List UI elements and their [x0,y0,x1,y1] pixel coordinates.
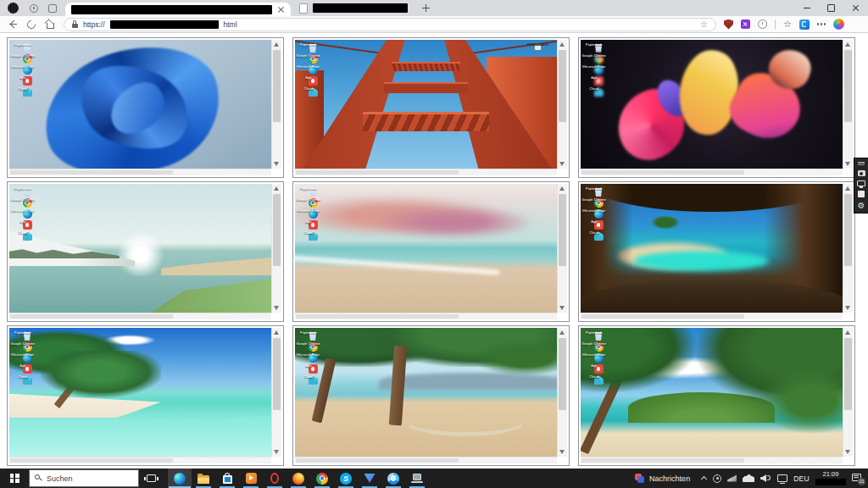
scroll-thumb[interactable] [844,194,852,266]
desktop-icon-cloud-app[interactable]: Cloud [298,375,328,381]
purple-extension-icon[interactable] [741,19,750,29]
onedrive-cloud-icon[interactable] [743,474,754,482]
settings-gear-icon[interactable] [857,202,865,210]
desktop-icon-recycle-bin[interactable]: Papierkorb [298,331,328,337]
desktop-icon-chrome[interactable]: Google Chrome [298,342,328,348]
remote-desktop-cell-1[interactable]: Papierkorb Google Chrome Microsoft Edge … [7,37,284,178]
remote-desktop-cell-6[interactable]: Papierkorb Google Chrome Microsoft Edge … [578,181,855,322]
desktop-icon-chrome[interactable]: Google Chrome [12,54,42,60]
desktop-icon-edge[interactable]: Microsoft Edge [12,65,42,71]
scroll-down-arrow[interactable] [274,450,279,454]
maximize-button[interactable] [819,0,843,16]
scroll-up-arrow[interactable] [274,42,279,47]
volume-icon[interactable] [760,474,771,482]
home-icon[interactable] [41,17,59,32]
desktop-icon-edge[interactable]: Microsoft Edge [583,209,614,215]
scroll-down-arrow[interactable] [559,306,565,310]
tab-2[interactable] [299,3,408,14]
scrollbar-horizontal[interactable] [295,313,557,319]
favorites-icon[interactable] [783,19,792,29]
remote-desktop-cell-9[interactable]: Papierkorb Google Chrome Microsoft Edge … [578,325,855,466]
desktop-icon-cloud-app[interactable]: Cloud [583,231,614,237]
taskbar-app-chrome[interactable] [310,469,334,488]
fullscreen-icon[interactable] [858,191,865,197]
desktop-icon-cloud-app[interactable]: Cloud [298,87,328,93]
scroll-up-arrow[interactable] [845,42,850,47]
desktop-icon-cloud-app[interactable]: Cloud [12,231,42,237]
desktop-icon-recycle-bin[interactable]: Papierkorb [298,43,328,49]
back-icon[interactable] [3,17,22,32]
desktop-icon-red-app[interactable]: App [583,220,614,226]
scroll-thumb[interactable] [296,314,459,319]
clock[interactable]: 21:09 [815,471,846,485]
scroll-thumb[interactable] [581,458,744,463]
scrollbar-horizontal[interactable] [295,169,557,175]
scrollbar-horizontal[interactable] [9,169,271,175]
desktop-icon-red-app[interactable]: App [583,364,614,370]
scroll-thumb[interactable] [559,50,566,122]
remote-desktop-cell-7[interactable]: Papierkorb Google Chrome Microsoft Edge … [7,325,284,466]
scrollbar-horizontal[interactable] [295,457,557,463]
scroll-thumb[interactable] [10,170,173,175]
minimize-button[interactable] [794,0,819,16]
scroll-up-arrow[interactable] [559,186,565,191]
scroll-thumb[interactable] [296,458,459,463]
address-bar[interactable]: https:// html [64,18,716,31]
scrollbar-vertical[interactable] [271,328,281,457]
scrollbar-horizontal[interactable] [581,313,843,319]
close-tab-icon[interactable] [277,6,285,14]
chevron-up-icon[interactable] [700,475,707,482]
scroll-thumb[interactable] [273,194,281,266]
desktop-icon-red-app[interactable]: App [12,364,42,370]
desktop-icon-chrome[interactable]: Google Chrome [12,198,42,204]
scroll-thumb[interactable] [559,194,566,266]
tray-graphics-icon[interactable] [727,475,737,482]
desktop-icon-edge[interactable]: Microsoft Edge [583,65,614,71]
scroll-thumb[interactable] [844,338,852,410]
desktop-icon-cloud-app[interactable]: Cloud [298,231,328,237]
network-icon[interactable] [777,474,787,482]
desktop-icon-edge[interactable]: Microsoft Edge [12,353,42,359]
desktop-icon-recycle-bin[interactable]: Papierkorb [583,331,614,337]
desktop-icon-red-app[interactable]: App [583,76,614,82]
desktop-icon-chrome[interactable]: Google Chrome [12,342,42,348]
taskbar-app-drive[interactable] [358,469,381,488]
scroll-thumb[interactable] [10,314,173,319]
tab-1[interactable] [65,3,291,16]
scroll-thumb[interactable] [581,170,744,175]
desktop-icon-chrome[interactable]: Google Chrome [583,342,614,348]
desktop-icon-red-app[interactable]: App [298,220,328,226]
remote-desktop-cell-8[interactable]: Papierkorb Google Chrome Microsoft Edge … [292,325,570,466]
browser-logo-icon[interactable] [8,3,19,14]
scroll-thumb[interactable] [559,338,566,410]
workspaces-icon[interactable] [30,4,38,13]
scrollbar-horizontal[interactable] [581,169,843,175]
desktop-icon-red-app[interactable]: App [12,76,42,82]
desktop-icon-recycle-bin[interactable]: Papierkorb [12,187,42,193]
scroll-thumb[interactable] [581,314,744,319]
scrollbar-vertical[interactable] [557,40,567,169]
taskbar-app-remote[interactable] [405,469,429,488]
scrollbar-vertical[interactable] [557,184,567,313]
favorite-star-icon[interactable] [700,20,708,29]
scroll-up-arrow[interactable] [274,330,279,335]
refresh-icon[interactable] [22,17,41,32]
taskbar-app-edge[interactable] [168,469,192,488]
scroll-thumb[interactable] [273,338,281,410]
scrollbar-horizontal[interactable] [9,457,271,463]
taskbar-app-file-explorer[interactable] [192,469,215,488]
remote-desktop-cell-4[interactable]: Papierkorb Google Chrome Microsoft Edge … [7,181,284,322]
desktop-icon-red-app[interactable]: App [298,76,328,82]
desktop-icon-red-app[interactable]: App [12,220,42,226]
remote-desktop-cell-3[interactable]: Papierkorb Google Chrome Microsoft Edge … [578,37,855,178]
scroll-down-arrow[interactable] [274,306,279,310]
taskbar-app-chromium[interactable] [381,469,405,488]
copilot-icon[interactable] [833,19,844,30]
desktop-icon-red-app[interactable]: App [298,364,328,370]
taskbar-app-firefox[interactable] [287,469,310,488]
scroll-up-arrow[interactable] [559,42,565,47]
desktop-icon-edge[interactable]: Microsoft Edge [583,353,614,359]
desktop-icon-cloud-app[interactable]: Cloud [12,375,42,381]
adblock-shield-icon[interactable] [724,19,733,30]
monitor-icon[interactable] [857,180,865,186]
